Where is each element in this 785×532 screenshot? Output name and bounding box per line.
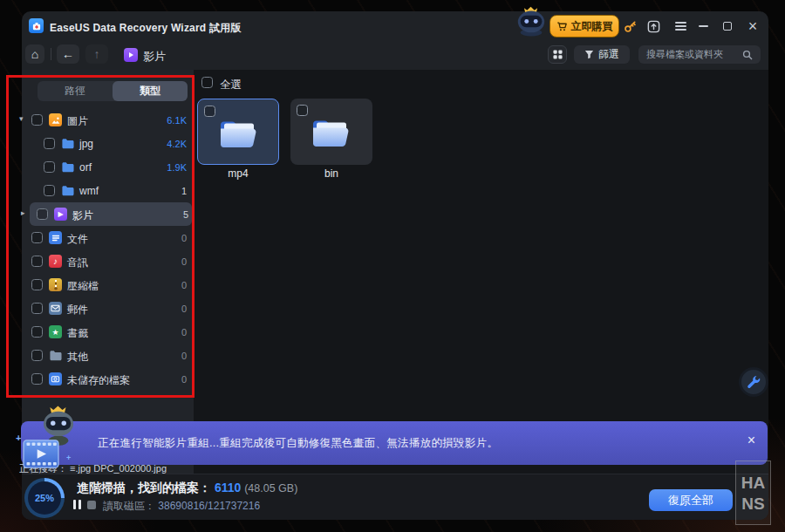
stop-button[interactable] <box>87 501 96 509</box>
pause-button[interactable] <box>73 500 81 509</box>
checkbox[interactable] <box>204 106 215 117</box>
tree-item-count: 0 <box>181 233 187 243</box>
activation-key-icon[interactable] <box>620 17 639 36</box>
tree-item-other[interactable]: 其他 0 <box>31 344 190 367</box>
scan-progress-ring: 25% <box>24 478 65 518</box>
buy-now-label: 立即購買 <box>571 19 613 34</box>
breadcrumb: 影片 <box>143 49 166 65</box>
funnel-icon <box>584 50 594 59</box>
tree-item-label: 未儲存的檔案 <box>67 373 130 388</box>
folder-name: mp4 <box>197 167 279 180</box>
app-title: EaseUS Data Recovery Wizard 試用版 <box>50 21 242 36</box>
buy-now-button[interactable]: 立即購買 <box>550 15 619 38</box>
up-button[interactable]: ↑ <box>85 44 108 64</box>
tree-item-count: 1 <box>181 186 187 196</box>
tree-item-video[interactable]: ▸ ▶ 影片 5 <box>30 202 192 226</box>
sparkle-icon: + <box>66 454 71 462</box>
tree-item-count: 6.1K <box>167 115 187 126</box>
notification-close-icon[interactable]: × <box>747 433 755 448</box>
checkbox[interactable] <box>31 373 43 385</box>
unsaved-file-icon <box>49 372 62 385</box>
folder-name: bin <box>290 167 372 180</box>
filter-button[interactable]: 篩選 <box>574 45 630 64</box>
checkbox[interactable] <box>37 208 48 220</box>
tree-item-wmf[interactable]: wmf 1 <box>31 179 190 202</box>
notification-bar: 正在進行智能影片重組...重組完成後可自動修復黑色畫面、無法播放的損毀影片。 × <box>21 421 768 465</box>
checkbox[interactable] <box>31 326 43 338</box>
watermark-text: HA <box>741 474 765 491</box>
folder-tile-mp4[interactable] <box>197 99 279 165</box>
tree-item-jpg[interactable]: jpg 4.2K <box>31 132 190 155</box>
tree-item-label: jpg <box>79 138 93 150</box>
back-button[interactable]: ← <box>57 44 79 64</box>
caret-right-icon[interactable]: ▸ <box>21 208 25 217</box>
checkbox[interactable] <box>44 161 55 173</box>
tree-item-bookmarks[interactable]: ★ 書籤 0 <box>31 320 190 344</box>
tree-item-orf[interactable]: orf 1.9K <box>31 155 190 179</box>
desktop-background: EaseUS Data Recovery Wizard 試用版 立即購買 × ⌂… <box>0 0 785 532</box>
sector-label: 讀取磁區： <box>103 500 155 512</box>
folder-icon <box>218 117 260 152</box>
checkbox[interactable] <box>31 279 43 290</box>
tree-item-label: 郵件 <box>67 303 88 317</box>
tree-item-label: 影片 <box>72 208 93 223</box>
close-button[interactable]: × <box>743 17 762 36</box>
assistant-robot-icon[interactable] <box>513 4 550 41</box>
zip-icon <box>49 278 62 291</box>
sidebar-tabbar: 路徑 類型 <box>38 81 188 101</box>
tree-item-documents[interactable]: 文件 0 <box>31 226 190 249</box>
folder-icon <box>311 116 352 151</box>
home-button[interactable]: ⌂ <box>25 44 44 64</box>
select-all-checkbox[interactable] <box>201 77 213 88</box>
checkbox[interactable] <box>31 256 43 267</box>
tree-item-mail[interactable]: 郵件 0 <box>31 297 190 320</box>
found-file-count: 6110 <box>215 481 241 494</box>
checkbox[interactable] <box>31 114 43 126</box>
tree-item-pictures[interactable]: ▾ 圖片 6.1K <box>31 108 190 132</box>
menu-icon[interactable] <box>671 17 690 36</box>
found-size: (48.05 GB) <box>244 482 297 494</box>
search-placeholder: 搜尋檔案或資料夾 <box>646 48 742 61</box>
hans-watermark: HA NS <box>735 460 771 525</box>
maximize-button[interactable] <box>718 17 737 36</box>
app-logo-icon <box>29 18 44 33</box>
sector-value: 38690816/121737216 <box>158 500 260 512</box>
tree-item-archives[interactable]: 壓縮檔 0 <box>31 273 190 297</box>
scan-summary: 進階掃描，找到的檔案： 6110 (48.05 GB) <box>77 481 297 496</box>
checkbox[interactable] <box>31 303 43 314</box>
filter-label: 篩選 <box>598 47 619 62</box>
tab-type[interactable]: 類型 <box>113 81 188 101</box>
folder-icon <box>61 184 74 197</box>
checkbox[interactable] <box>44 185 55 196</box>
tree-item-count: 1.9K <box>167 162 187 173</box>
film-clip-icon <box>23 440 59 472</box>
wrench-icon <box>746 374 761 390</box>
mail-icon <box>49 302 62 315</box>
caret-down-icon[interactable]: ▾ <box>19 114 24 123</box>
minimize-button[interactable] <box>693 17 713 36</box>
tree-item-count: 5 <box>183 209 188 220</box>
tree-item-count: 0 <box>181 304 187 314</box>
sparkle-icon: + <box>16 433 21 443</box>
checkbox[interactable] <box>31 232 43 243</box>
tree-item-count: 0 <box>181 374 187 385</box>
tree-item-audio[interactable]: ♪ 音訊 0 <box>31 249 190 273</box>
tree-item-label: 圖片 <box>67 114 88 129</box>
tree-item-unsaved-files[interactable]: 未儲存的檔案 0 <box>31 367 190 391</box>
recover-all-button[interactable]: 復原全部 <box>649 489 733 511</box>
search-input[interactable]: 搜尋檔案或資料夾 <box>638 45 761 64</box>
tree-item-count: 0 <box>181 256 187 267</box>
video-icon: ▶ <box>54 208 67 221</box>
folder-icon <box>61 160 74 174</box>
tab-path[interactable]: 路徑 <box>38 81 113 101</box>
folder-tile-bin[interactable] <box>290 99 372 165</box>
select-all-label: 全選 <box>220 78 242 92</box>
repair-tools-button[interactable] <box>739 367 768 397</box>
search-icon <box>742 50 753 60</box>
share-upgrade-icon[interactable] <box>644 17 663 36</box>
grid-view-button[interactable] <box>548 45 567 64</box>
checkbox[interactable] <box>31 350 43 361</box>
checkbox[interactable] <box>44 138 55 149</box>
checkbox[interactable] <box>297 105 308 116</box>
tree-item-label: 音訊 <box>67 256 88 270</box>
